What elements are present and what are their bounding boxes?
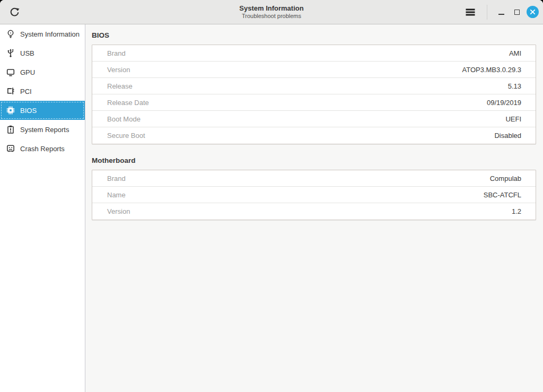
row-value: AMI bbox=[509, 49, 536, 57]
table-row: Name SBC-ATCFL bbox=[92, 187, 536, 203]
minimize-icon bbox=[498, 14, 504, 15]
table-row: Release Date 09/19/2019 bbox=[92, 94, 536, 111]
row-value: Disabled bbox=[494, 132, 536, 140]
clipboard-icon bbox=[5, 125, 16, 134]
section-title: Motherboard bbox=[92, 156, 536, 165]
table-row: Boot Mode UEFI bbox=[92, 111, 536, 127]
row-value: 1.2 bbox=[512, 207, 536, 215]
row-value: 09/19/2019 bbox=[487, 99, 536, 107]
monitor-icon bbox=[5, 67, 16, 77]
row-label: Brand bbox=[92, 175, 126, 182]
minimize-button[interactable] bbox=[495, 6, 507, 19]
usb-icon bbox=[5, 48, 16, 58]
row-label: Secure Boot bbox=[92, 132, 145, 140]
row-label: Boot Mode bbox=[92, 115, 141, 123]
sidebar: System Information USB bbox=[0, 24, 85, 392]
pci-card-icon bbox=[5, 86, 16, 96]
lightbulb-icon bbox=[5, 29, 16, 39]
sidebar-item-system-information[interactable]: System Information bbox=[0, 24, 85, 43]
sidebar-item-label: BIOS bbox=[20, 107, 37, 115]
sidebar-item-label: USB bbox=[20, 49, 34, 57]
sidebar-item-bios[interactable]: BIOS bbox=[0, 101, 85, 120]
app-window: System Information Troubleshoot problems bbox=[0, 0, 543, 392]
row-value: 5.13 bbox=[508, 82, 536, 90]
row-label: Brand bbox=[92, 49, 126, 57]
sad-face-icon bbox=[5, 144, 16, 153]
table-row: Brand Compulab bbox=[92, 170, 536, 187]
table-row: Version 1.2 bbox=[92, 203, 536, 220]
row-value: UEFI bbox=[505, 115, 536, 123]
headerbar-left bbox=[0, 3, 23, 21]
menu-button[interactable] bbox=[461, 3, 479, 21]
window-subtitle: Troubleshoot problems bbox=[242, 13, 301, 20]
row-label: Version bbox=[92, 207, 130, 215]
table-row: Version ATOP3.MB3.0.29.3 bbox=[92, 62, 536, 78]
sidebar-item-label: System Reports bbox=[20, 126, 69, 134]
row-label: Version bbox=[92, 66, 130, 74]
headerbar-right bbox=[461, 3, 543, 21]
chip-icon bbox=[5, 106, 16, 115]
motherboard-table: Brand Compulab Name SBC-ATCFL Version 1.… bbox=[92, 170, 536, 220]
section-bios: BIOS Brand AMI Version ATOP3.MB3.0.29.3 … bbox=[92, 31, 536, 144]
sidebar-item-pci[interactable]: PCI bbox=[0, 82, 85, 101]
row-label: Release Date bbox=[92, 99, 149, 107]
hamburger-icon bbox=[465, 7, 476, 18]
row-label: Release bbox=[92, 82, 133, 90]
sidebar-item-label: Crash Reports bbox=[20, 145, 65, 153]
section-motherboard: Motherboard Brand Compulab Name SBC-ATCF… bbox=[92, 156, 536, 220]
sidebar-item-label: System Information bbox=[20, 30, 80, 38]
maximize-icon bbox=[514, 10, 520, 15]
headerbar-separator bbox=[487, 5, 487, 20]
app-body: System Information USB bbox=[0, 24, 543, 392]
main-content: BIOS Brand AMI Version ATOP3.MB3.0.29.3 … bbox=[85, 24, 543, 392]
row-value: Compulab bbox=[490, 175, 536, 182]
row-label: Name bbox=[92, 191, 126, 199]
table-row: Secure Boot Disabled bbox=[92, 127, 536, 144]
sidebar-item-usb[interactable]: USB bbox=[0, 43, 85, 63]
window-title: System Information bbox=[239, 4, 303, 12]
table-row: Brand AMI bbox=[92, 45, 536, 62]
section-title: BIOS bbox=[92, 31, 536, 40]
bios-table: Brand AMI Version ATOP3.MB3.0.29.3 Relea… bbox=[92, 45, 536, 144]
close-icon bbox=[530, 9, 536, 15]
table-row: Release 5.13 bbox=[92, 78, 536, 94]
sidebar-item-system-reports[interactable]: System Reports bbox=[0, 120, 85, 139]
close-button[interactable] bbox=[527, 6, 539, 18]
sidebar-item-label: GPU bbox=[20, 68, 35, 76]
maximize-button[interactable] bbox=[511, 6, 523, 19]
headerbar: System Information Troubleshoot problems bbox=[0, 0, 543, 24]
sidebar-item-gpu[interactable]: GPU bbox=[0, 63, 85, 82]
sidebar-item-label: PCI bbox=[20, 88, 32, 95]
refresh-icon bbox=[10, 7, 20, 17]
refresh-button[interactable] bbox=[5, 3, 23, 21]
row-value: SBC-ATCFL bbox=[484, 191, 536, 199]
row-value: ATOP3.MB3.0.29.3 bbox=[462, 66, 536, 74]
sidebar-item-crash-reports[interactable]: Crash Reports bbox=[0, 139, 85, 158]
